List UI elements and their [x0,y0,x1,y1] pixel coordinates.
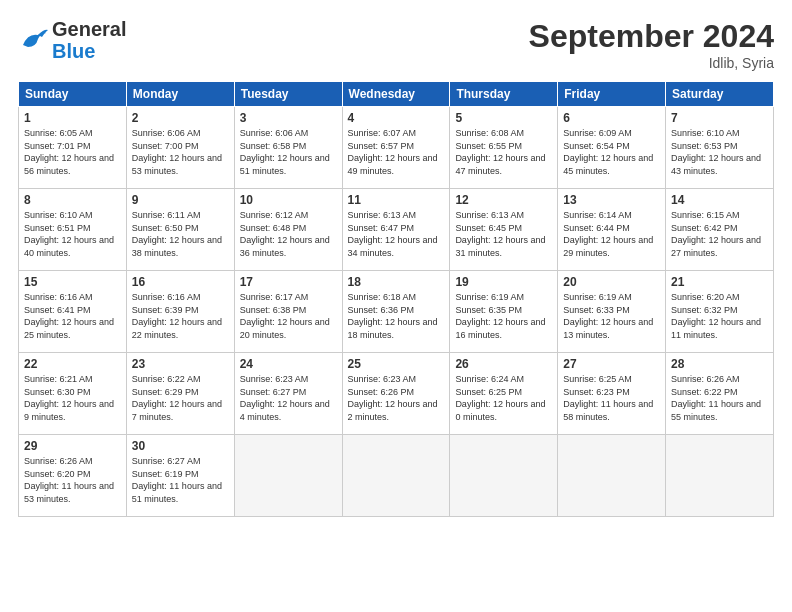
table-row: 27 Sunrise: 6:25 AMSunset: 6:23 PMDaylig… [558,353,666,435]
table-row: 30 Sunrise: 6:27 AMSunset: 6:19 PMDaylig… [126,435,234,517]
calendar-week-3: 15 Sunrise: 6:16 AMSunset: 6:41 PMDaylig… [19,271,774,353]
table-row: 28 Sunrise: 6:26 AMSunset: 6:22 PMDaylig… [666,353,774,435]
empty-cell [342,435,450,517]
logo-bird-icon [18,25,48,55]
logo-general: General [52,18,126,40]
empty-cell [666,435,774,517]
calendar-table: Sunday Monday Tuesday Wednesday Thursday… [18,81,774,517]
title-block: September 2024 Idlib, Syria [529,18,774,71]
calendar-header-row: Sunday Monday Tuesday Wednesday Thursday… [19,82,774,107]
table-row: 11 Sunrise: 6:13 AMSunset: 6:47 PMDaylig… [342,189,450,271]
table-row: 13 Sunrise: 6:14 AMSunset: 6:44 PMDaylig… [558,189,666,271]
empty-cell [558,435,666,517]
table-row: 4 Sunrise: 6:07 AMSunset: 6:57 PMDayligh… [342,107,450,189]
col-thursday: Thursday [450,82,558,107]
table-row: 10 Sunrise: 6:12 AMSunset: 6:48 PMDaylig… [234,189,342,271]
table-row: 8 Sunrise: 6:10 AMSunset: 6:51 PMDayligh… [19,189,127,271]
table-row: 22 Sunrise: 6:21 AMSunset: 6:30 PMDaylig… [19,353,127,435]
table-row: 25 Sunrise: 6:23 AMSunset: 6:26 PMDaylig… [342,353,450,435]
table-row: 12 Sunrise: 6:13 AMSunset: 6:45 PMDaylig… [450,189,558,271]
calendar-week-2: 8 Sunrise: 6:10 AMSunset: 6:51 PMDayligh… [19,189,774,271]
calendar-week-1: 1 Sunrise: 6:05 AMSunset: 7:01 PMDayligh… [19,107,774,189]
calendar-week-4: 22 Sunrise: 6:21 AMSunset: 6:30 PMDaylig… [19,353,774,435]
table-row: 14 Sunrise: 6:15 AMSunset: 6:42 PMDaylig… [666,189,774,271]
table-row: 15 Sunrise: 6:16 AMSunset: 6:41 PMDaylig… [19,271,127,353]
col-tuesday: Tuesday [234,82,342,107]
page-header: General Blue September 2024 Idlib, Syria [18,18,774,71]
table-row: 16 Sunrise: 6:16 AMSunset: 6:39 PMDaylig… [126,271,234,353]
table-row: 21 Sunrise: 6:20 AMSunset: 6:32 PMDaylig… [666,271,774,353]
col-monday: Monday [126,82,234,107]
location: Idlib, Syria [529,55,774,71]
table-row: 3 Sunrise: 6:06 AMSunset: 6:58 PMDayligh… [234,107,342,189]
table-row: 23 Sunrise: 6:22 AMSunset: 6:29 PMDaylig… [126,353,234,435]
table-row: 29 Sunrise: 6:26 AMSunset: 6:20 PMDaylig… [19,435,127,517]
col-wednesday: Wednesday [342,82,450,107]
logo-name: General Blue [52,18,126,62]
table-row: 17 Sunrise: 6:17 AMSunset: 6:38 PMDaylig… [234,271,342,353]
table-row: 19 Sunrise: 6:19 AMSunset: 6:35 PMDaylig… [450,271,558,353]
table-row: 18 Sunrise: 6:18 AMSunset: 6:36 PMDaylig… [342,271,450,353]
table-row: 1 Sunrise: 6:05 AMSunset: 7:01 PMDayligh… [19,107,127,189]
col-saturday: Saturday [666,82,774,107]
logo-blue: Blue [52,40,126,62]
table-row: 6 Sunrise: 6:09 AMSunset: 6:54 PMDayligh… [558,107,666,189]
table-row: 24 Sunrise: 6:23 AMSunset: 6:27 PMDaylig… [234,353,342,435]
table-row: 5 Sunrise: 6:08 AMSunset: 6:55 PMDayligh… [450,107,558,189]
col-sunday: Sunday [19,82,127,107]
table-row: 7 Sunrise: 6:10 AMSunset: 6:53 PMDayligh… [666,107,774,189]
logo: General Blue [18,18,126,62]
table-row: 20 Sunrise: 6:19 AMSunset: 6:33 PMDaylig… [558,271,666,353]
col-friday: Friday [558,82,666,107]
empty-cell [234,435,342,517]
table-row: 26 Sunrise: 6:24 AMSunset: 6:25 PMDaylig… [450,353,558,435]
table-row: 9 Sunrise: 6:11 AMSunset: 6:50 PMDayligh… [126,189,234,271]
table-row: 2 Sunrise: 6:06 AMSunset: 7:00 PMDayligh… [126,107,234,189]
month-title: September 2024 [529,18,774,55]
empty-cell [450,435,558,517]
calendar-week-5: 29 Sunrise: 6:26 AMSunset: 6:20 PMDaylig… [19,435,774,517]
